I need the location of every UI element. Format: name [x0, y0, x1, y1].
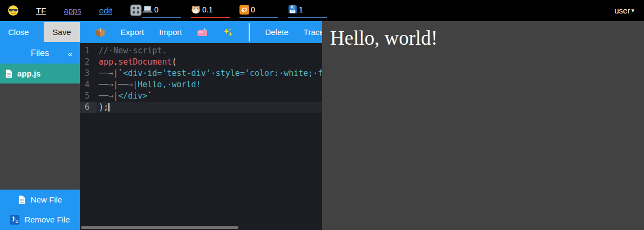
sparkles-button[interactable]	[223, 27, 234, 38]
sunglasses-smiley-icon[interactable]	[8, 5, 19, 16]
code-line-active: 6 );	[80, 102, 322, 113]
nav-link-apps[interactable]: apps	[64, 6, 81, 15]
stat-saves[interactable]: 1	[288, 4, 327, 18]
sidebar-actions: New File Remove File	[0, 190, 80, 230]
file-list-empty-area	[0, 83, 80, 190]
close-button[interactable]: Close	[8, 27, 29, 37]
line-number: 6	[80, 102, 97, 113]
trace-button[interactable]: Trace	[304, 27, 324, 37]
stat-hamster-value: 0.1	[202, 5, 213, 14]
dice-button[interactable]	[129, 4, 142, 17]
stat-laptop[interactable]: 0	[142, 4, 181, 18]
new-file-button[interactable]: New File	[0, 190, 80, 210]
line-number: 1	[80, 45, 97, 57]
die-face-four-icon	[130, 4, 142, 16]
chevron-down-icon: ▾	[631, 7, 634, 14]
package-button[interactable]	[95, 27, 106, 38]
horizontal-scrollbar[interactable]	[81, 226, 238, 229]
nav-link-tf[interactable]: TF	[36, 6, 46, 15]
text-cursor	[108, 103, 109, 111]
tab-marker: ──→|	[118, 80, 138, 89]
code-line: 4 ──→|──→|Hello,·world!	[80, 79, 322, 90]
stat-sync-value: 0	[251, 5, 255, 14]
user-menu-label: user	[614, 6, 630, 15]
tab-marker: ──→|	[99, 91, 118, 101]
files-panel-title: Files	[31, 48, 49, 58]
preview-hello-text: Hello, world!	[322, 21, 644, 50]
remove-file-label: Remove File	[24, 215, 70, 224]
page-icon	[5, 69, 13, 79]
line-number: 5	[80, 90, 97, 102]
export-button[interactable]: Export	[121, 27, 144, 37]
litter-disposal-icon	[10, 215, 19, 225]
code-line: 3 ──→|`<div·id='test-div'·style='color:·…	[80, 68, 322, 79]
tab-marker: ──→|	[99, 80, 118, 89]
line-number: 4	[80, 79, 97, 90]
hamster-icon	[191, 5, 201, 14]
delete-button[interactable]: Delete	[265, 27, 288, 37]
page-icon	[18, 195, 26, 205]
code-editor[interactable]: 1 //·New·script. 2 app.setDocument( 3 ──…	[80, 43, 322, 230]
soap-icon	[197, 27, 208, 37]
user-menu[interactable]: user ▾	[614, 6, 634, 15]
tab-marker: ──→|	[99, 68, 118, 78]
stat-saves-value: 1	[299, 5, 303, 14]
preview-pane: Hello, world!	[322, 21, 644, 230]
collapse-sidebar-button[interactable]: «	[68, 49, 72, 58]
stat-hamster[interactable]: 0.1	[191, 4, 230, 18]
new-file-label: New File	[31, 195, 62, 204]
soap-button[interactable]	[197, 27, 208, 37]
laptop-icon	[142, 5, 153, 13]
file-name: app.js	[17, 69, 40, 78]
app-window: TF apps edit 0 0.1 0	[0, 0, 644, 230]
save-button[interactable]: Save	[44, 22, 79, 42]
editor-toolbar: Close Save Export Import Delete Trace	[0, 21, 322, 43]
import-button[interactable]: Import	[159, 27, 182, 37]
line-number: 3	[80, 68, 97, 79]
file-item-appjs[interactable]: app.js	[0, 64, 80, 83]
top-menu-bar: TF apps edit 0 0.1 0	[0, 0, 644, 21]
code-line: 5 ──→|</div>`	[80, 90, 322, 102]
package-icon	[95, 27, 106, 38]
blank-button[interactable]	[249, 23, 250, 41]
code-line: 1 //·New·script.	[80, 45, 322, 57]
code-line: 2 app.setDocument(	[80, 57, 322, 68]
nav-link-edit[interactable]: edit	[99, 6, 112, 15]
line-number: 2	[80, 57, 97, 68]
remove-file-button[interactable]: Remove File	[0, 210, 80, 229]
files-panel-header: Files «	[0, 43, 80, 64]
floppy-disk-icon	[288, 5, 297, 14]
stat-sync[interactable]: 0	[239, 4, 278, 18]
sparkles-icon	[223, 27, 234, 38]
clockwise-arrows-icon	[239, 5, 249, 15]
stat-laptop-value: 0	[154, 5, 159, 14]
